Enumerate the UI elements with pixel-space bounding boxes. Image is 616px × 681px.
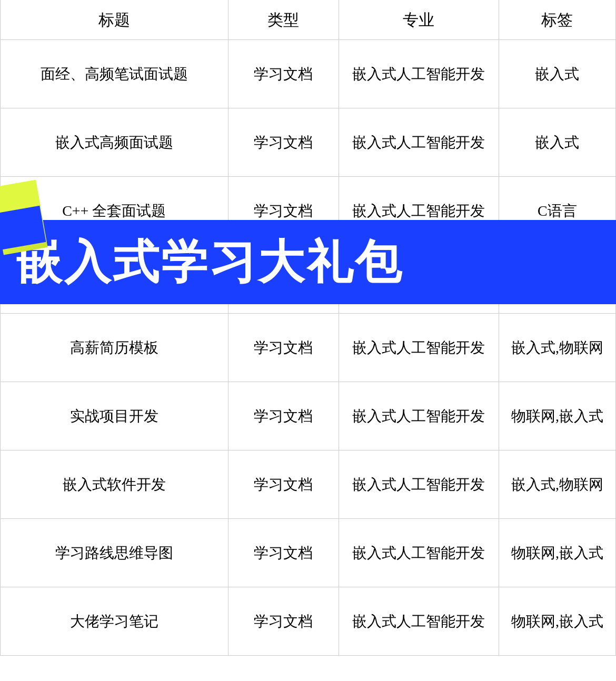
cell-type: 学习文档 (228, 314, 339, 382)
cell-type: 学习文档 (228, 450, 339, 519)
main-table: 标题 类型 专业 标签 面经、高频笔试面试题 学习文档 嵌入式人工智能开发 嵌入… (0, 0, 616, 656)
cell-type: 学习文档 (228, 108, 339, 177)
cell-tag: 物联网,嵌入式 (499, 587, 615, 656)
banner-overlay: 嵌入式学习大礼包 (0, 220, 616, 304)
cell-major: 嵌入式人工智能开发 (339, 108, 499, 177)
cell-type: 学习文档 (228, 382, 339, 450)
header-title: 标题 (1, 0, 228, 40)
cell-major: 嵌入式人工智能开发 (339, 519, 499, 587)
cell-title: 学习路线思维导图 (1, 519, 228, 587)
cell-title: 嵌入式软件开发 (1, 450, 228, 519)
cell-type: 学习文档 (228, 587, 339, 656)
table-header-row: 标题 类型 专业 标签 (1, 0, 616, 40)
header-major: 专业 (339, 0, 499, 40)
cell-major: 嵌入式人工智能开发 (339, 382, 499, 450)
cell-title: 嵌入式高频面试题 (1, 108, 228, 177)
cell-title: 面经、高频笔试面试题 (1, 40, 228, 108)
cell-tag: 物联网,嵌入式 (499, 519, 615, 587)
cell-type: 学习文档 (228, 40, 339, 108)
table-row: 高薪简历模板 学习文档 嵌入式人工智能开发 嵌入式,物联网 (1, 314, 616, 382)
cell-major: 嵌入式人工智能开发 (339, 450, 499, 519)
table-row: 嵌入式高频面试题 学习文档 嵌入式人工智能开发 嵌入式 (1, 108, 616, 177)
table-wrapper: 嵌入式学习大礼包 标题 类型 专业 标签 面经、高频笔试面试题 学习文档 嵌入式… (0, 0, 616, 656)
table-row: 嵌入式软件开发 学习文档 嵌入式人工智能开发 嵌入式,物联网 (1, 450, 616, 519)
cell-title: 高薪简历模板 (1, 314, 228, 382)
cell-tag: 物联网,嵌入式 (499, 382, 615, 450)
cell-tag: 嵌入式 (499, 40, 615, 108)
header-type: 类型 (228, 0, 339, 40)
cell-tag: 嵌入式,物联网 (499, 450, 615, 519)
cell-title: 实战项目开发 (1, 382, 228, 450)
banner-text: 嵌入式学习大礼包 (16, 231, 403, 294)
cell-tag: 嵌入式 (499, 108, 615, 177)
cell-tag: 嵌入式,物联网 (499, 314, 615, 382)
table-row: 面经、高频笔试面试题 学习文档 嵌入式人工智能开发 嵌入式 (1, 40, 616, 108)
cell-type: 学习文档 (228, 519, 339, 587)
cell-major: 嵌入式人工智能开发 (339, 314, 499, 382)
cell-major: 嵌入式人工智能开发 (339, 40, 499, 108)
header-tag: 标签 (499, 0, 615, 40)
cell-major: 嵌入式人工智能开发 (339, 587, 499, 656)
table-row: 大佬学习笔记 学习文档 嵌入式人工智能开发 物联网,嵌入式 (1, 587, 616, 656)
table-row: 实战项目开发 学习文档 嵌入式人工智能开发 物联网,嵌入式 (1, 382, 616, 450)
table-row: 学习路线思维导图 学习文档 嵌入式人工智能开发 物联网,嵌入式 (1, 519, 616, 587)
cell-title: 大佬学习笔记 (1, 587, 228, 656)
